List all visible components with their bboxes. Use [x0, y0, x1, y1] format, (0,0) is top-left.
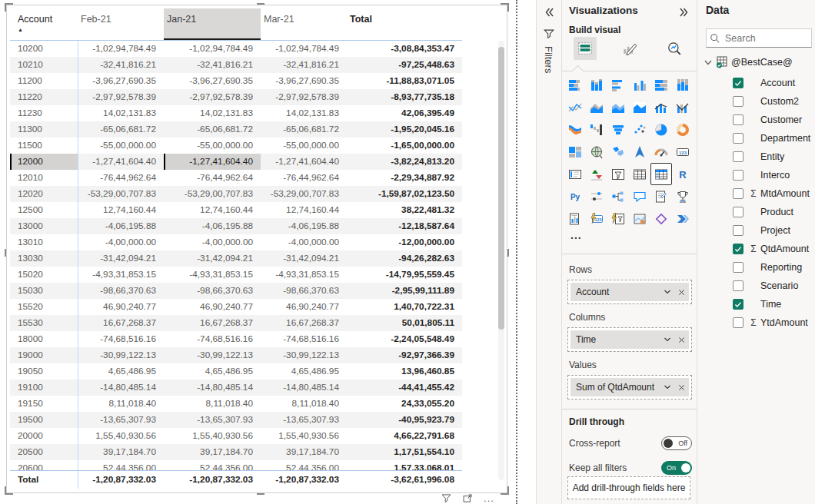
matrix-row-header[interactable]: 19000 [10, 347, 78, 363]
matrix-row-header[interactable]: 15520 [10, 299, 78, 315]
matrix-row-header[interactable]: 12020 [10, 186, 78, 202]
column-header-account[interactable]: Account ▲ [10, 8, 78, 40]
matrix-cell[interactable]: 14,02,131.83 [164, 105, 261, 121]
matrix-cell[interactable]: -13,65,307.93 [78, 412, 164, 428]
matrix-cell[interactable]: -74,68,516.16 [261, 331, 347, 347]
matrix-icon[interactable] [650, 163, 672, 185]
checkbox-unchecked[interactable] [733, 188, 743, 199]
well-values[interactable]: Sum of QtdAmount [567, 375, 692, 400]
field-name[interactable]: Time [760, 299, 781, 310]
matrix-cell[interactable]: -32,41,816.21 [78, 57, 164, 73]
matrix-cell[interactable]: 46,90,240.77 [164, 299, 261, 315]
field-name[interactable]: YtdAmount [760, 317, 808, 328]
azure-map-icon[interactable] [629, 141, 650, 163]
multi-row-card-icon[interactable] [564, 163, 586, 185]
matrix-cell[interactable]: 16,67,268.37 [78, 315, 164, 331]
field-name[interactable]: Entity [760, 151, 784, 162]
matrix-cell[interactable]: -2,97,92,578.39 [164, 89, 261, 105]
matrix-cell[interactable]: -65,06,681.72 [261, 121, 347, 138]
collapse-visualizations-pane-icon[interactable] [678, 6, 690, 17]
matrix-row-header[interactable]: 19050 [10, 363, 78, 380]
field-name[interactable]: MtdAmount [760, 188, 810, 199]
matrix-total-cell[interactable]: -12,00,000.00 [347, 234, 462, 250]
chevron-down-icon[interactable] [704, 58, 713, 67]
add-drill-through-fields-well[interactable]: Add drill-through fields here [567, 476, 690, 499]
resize-handle-bottom[interactable] [257, 493, 264, 495]
matrix-cell[interactable]: -4,93,31,853.15 [261, 267, 347, 283]
matrix-cell[interactable]: -53,29,00,707.83 [78, 186, 164, 202]
checkbox-unchecked[interactable] [733, 133, 743, 144]
matrix-cell[interactable]: -98,66,370.63 [164, 283, 261, 299]
matrix-total-cell[interactable]: 24,33,055.20 [347, 396, 462, 412]
matrix-row-header[interactable]: 18000 [10, 331, 78, 347]
ribbon-chart-icon[interactable] [564, 118, 586, 141]
field-row-department[interactable]: Department [697, 129, 815, 148]
matrix-cell[interactable]: 52,44,356.00 [261, 460, 347, 470]
matrix-row-header[interactable]: 11500 [10, 138, 78, 154]
matrix-cell[interactable]: 39,17,184.70 [164, 444, 261, 460]
field-pill[interactable]: Account [570, 283, 689, 301]
filters-pane-label[interactable]: Filters [543, 46, 554, 73]
matrix-cell[interactable]: 16,67,268.37 [164, 315, 261, 331]
100-stacked-column-chart-icon[interactable] [672, 74, 694, 96]
matrix-cell[interactable]: -53,29,00,707.83 [261, 186, 347, 202]
matrix-row-header[interactable]: 20000 [10, 428, 78, 444]
cross-report-toggle[interactable]: Off [661, 436, 692, 450]
slicer-icon[interactable] [607, 163, 629, 185]
waterfall-chart-icon[interactable] [586, 118, 607, 141]
matrix-cell[interactable]: -53,29,00,707.83 [164, 186, 261, 202]
matrix-cell[interactable]: 46,90,240.77 [78, 299, 164, 315]
matrix-total-cell[interactable]: -2,24,05,548.49 [347, 331, 462, 347]
matrix-cell[interactable]: -4,00,000.00 [261, 234, 347, 250]
100-stacked-bar-chart-icon[interactable] [650, 74, 672, 96]
matrix-cell[interactable]: -1,27,41,604.40 [164, 154, 261, 170]
field-row-customer[interactable]: Customer [697, 111, 815, 129]
matrix-cell[interactable]: 1,55,40,930.56 [261, 428, 347, 444]
matrix-total-cell[interactable]: -40,95,923.79 [347, 412, 462, 428]
chevron-down-icon[interactable] [661, 286, 674, 298]
matrix-row-header[interactable]: 13010 [10, 234, 78, 250]
checkbox-unchecked[interactable] [733, 262, 743, 273]
matrix-row-header[interactable]: 19100 [10, 380, 78, 396]
power-apps-icon[interactable] [650, 207, 672, 230]
dataset-tree-root[interactable]: @BestCase@ [704, 55, 793, 69]
matrix-cell[interactable]: -14,80,485.14 [261, 380, 347, 396]
matrix-cell[interactable]: -31,42,094.21 [164, 250, 261, 267]
matrix-total-cell[interactable]: 50,01,805.11 [347, 315, 462, 331]
r-script-visual-icon[interactable]: R [672, 163, 694, 185]
matrix-total-cell[interactable]: 4,66,22,791.68 [347, 428, 462, 444]
matrix-cell[interactable]: -3,96,27,690.35 [261, 73, 347, 89]
matrix-row-header[interactable]: 15020 [10, 267, 78, 283]
matrix-cell[interactable]: -55,00,000.00 [261, 138, 347, 154]
matrix-cell[interactable]: -55,00,000.00 [164, 138, 261, 154]
matrix-cell[interactable]: 1,55,40,930.56 [78, 428, 164, 444]
remove-field-icon[interactable] [675, 286, 687, 298]
field-name[interactable]: Interco [760, 170, 790, 181]
matrix-cell[interactable]: -4,00,000.00 [164, 234, 261, 250]
field-name[interactable]: Account [760, 78, 795, 88]
matrix-cell[interactable]: -13,65,307.93 [164, 412, 261, 428]
field-name[interactable]: Custom2 [760, 96, 799, 107]
matrix-cell[interactable]: -4,00,000.00 [78, 234, 164, 250]
matrix-cell[interactable]: 8,11,018.40 [164, 396, 261, 412]
line-and-clustered-column-chart-icon[interactable] [672, 96, 694, 118]
card-icon[interactable]: 123 [672, 141, 694, 163]
donut-chart-icon[interactable] [672, 118, 694, 141]
matrix-cell[interactable]: 1,55,40,930.56 [164, 428, 261, 444]
key-influencers-icon[interactable] [586, 185, 607, 207]
matrix-total-cell[interactable]: -3,08,84,353.47 [347, 41, 462, 57]
matrix-cell[interactable]: -2,97,92,578.39 [78, 89, 164, 105]
matrix-cell[interactable]: -31,42,094.21 [261, 250, 347, 267]
field-row-custom2[interactable]: Custom2 [697, 92, 815, 111]
matrix-cell[interactable]: 12,74,160.44 [164, 202, 261, 218]
matrix-cell[interactable]: -1,02,94,784.49 [164, 41, 261, 57]
matrix-cell[interactable]: 14,02,131.83 [261, 105, 347, 121]
matrix-cell[interactable]: -4,93,31,853.15 [164, 267, 261, 283]
remove-field-icon[interactable] [675, 381, 687, 393]
matrix-cell[interactable]: 12,74,160.44 [78, 202, 164, 218]
field-row-qtdamount[interactable]: ΣQtdAmount [697, 240, 815, 258]
matrix-cell[interactable]: -3,96,27,690.35 [164, 73, 261, 89]
matrix-scrollbar-thumb[interactable] [498, 47, 504, 330]
resize-handle-top[interactable] [257, 3, 264, 5]
matrix-cell[interactable]: -98,66,370.63 [261, 283, 347, 299]
